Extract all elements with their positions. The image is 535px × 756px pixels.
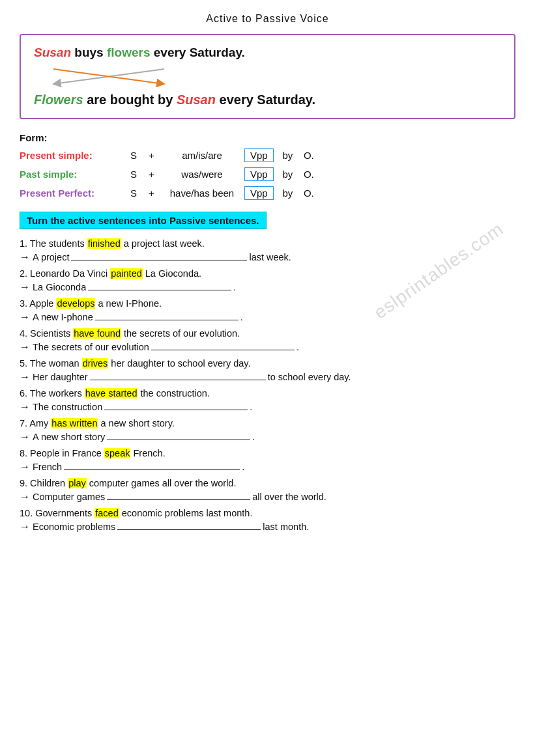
passive-4: → The secrets of our evolution .	[20, 340, 515, 353]
active-1: 1. The students finished a project last …	[20, 238, 515, 249]
arrow-10: →	[20, 521, 30, 533]
form-plus2: +	[143, 169, 160, 180]
active-9: 9. Children play computer games all over…	[20, 478, 515, 488]
ex-every2: every Saturday.	[220, 92, 316, 107]
ex-every-saturday: every Saturday.	[154, 46, 245, 59]
exercise-8: 8. People in France speak French. → Fren…	[20, 448, 515, 473]
passive-3: → A new I-phone .	[20, 310, 515, 323]
arrow-5: →	[20, 371, 30, 383]
example-line2: Flowers are bought by Susan every Saturd…	[34, 91, 501, 109]
form-o2: O.	[296, 169, 316, 180]
blank-10[interactable]	[117, 520, 261, 530]
arrow-9: →	[20, 491, 30, 503]
passive-6: → The construction .	[20, 400, 515, 413]
form-row-perfect: Present Perfect: S + have/has been Vpp b…	[20, 186, 515, 200]
passive-7: → A new short story .	[20, 430, 515, 443]
form-aux1: am/is/are	[160, 150, 244, 161]
ex-buys: buys	[74, 46, 107, 59]
passive-9: → Computer games all over the world.	[20, 490, 515, 503]
verb-8: speak	[104, 448, 131, 458]
form-section: Form: Present simple: S + am/is/are Vpp …	[20, 132, 515, 200]
exercise-2: 2. Leonardo Da Vinci painted La Gioconda…	[20, 268, 515, 293]
arrow-6: →	[20, 401, 30, 413]
active-5: 5. The woman drives her daughter to scho…	[20, 358, 515, 369]
form-title: Form:	[20, 132, 515, 143]
exercise-3: 3. Apple develops a new I-Phone. → A new…	[20, 298, 515, 323]
ex-are-bought: are bought by	[87, 92, 177, 107]
exercise-9: 9. Children play computer games all over…	[20, 478, 515, 503]
exercise-7: 7. Amy has written a new short story. → …	[20, 418, 515, 443]
verb-3: develops	[56, 298, 95, 309]
arrow-7: →	[20, 431, 30, 443]
crossing-arrows-svg	[34, 66, 242, 88]
blank-8[interactable]	[64, 460, 240, 470]
verb-2: painted	[110, 268, 143, 279]
exercise-1: 1. The students finished a project last …	[20, 238, 515, 263]
form-o1: O.	[296, 150, 316, 161]
active-4: 4. Scientists have found the secrets of …	[20, 328, 515, 339]
blank-1[interactable]	[71, 250, 247, 260]
arrow-3: →	[20, 311, 30, 323]
verb-9: play	[68, 478, 87, 488]
page-title: Active to Passive Voice	[20, 13, 515, 25]
vpp-box2: Vpp	[244, 167, 274, 181]
form-by1: by	[274, 150, 296, 161]
tense-present-label: Present simple:	[20, 150, 124, 161]
passive-5: → Her daughter to school every day.	[20, 370, 515, 383]
active-10: 10. Governments faced economic problems …	[20, 508, 515, 518]
exercise-4: 4. Scientists have found the secrets of …	[20, 328, 515, 353]
form-plus3: +	[143, 188, 160, 199]
form-aux2: was/were	[160, 169, 244, 180]
active-2: 2. Leonardo Da Vinci painted La Gioconda…	[20, 268, 515, 279]
blank-3[interactable]	[95, 310, 239, 320]
exercise-5: 5. The woman drives her daughter to scho…	[20, 358, 515, 383]
form-by3: by	[274, 188, 296, 199]
exercise-6: 6. The workers have started the construc…	[20, 388, 515, 413]
instruction-box: Turn the active sentences into Passive s…	[20, 212, 267, 229]
passive-8: → French .	[20, 460, 515, 473]
active-6: 6. The workers have started the construc…	[20, 388, 515, 399]
arrow-2: →	[20, 281, 30, 293]
passive-1: → A project last week.	[20, 250, 515, 263]
ex-susan: Susan	[34, 46, 74, 59]
exercise-10: 10. Governments faced economic problems …	[20, 508, 515, 533]
verb-1: finished	[87, 238, 121, 249]
form-aux3: have/has been	[160, 188, 244, 199]
arrow-1: →	[20, 251, 30, 263]
blank-5[interactable]	[90, 370, 266, 380]
example-box: Susan buys flowers every Saturday. Flowe…	[20, 34, 515, 119]
form-by2: by	[274, 169, 296, 180]
passive-2: → La Gioconda .	[20, 280, 515, 293]
form-row-past: Past simple: S + was/were Vpp by O.	[20, 167, 515, 181]
active-3: 3. Apple develops a new I-Phone.	[20, 298, 515, 309]
blank-4[interactable]	[151, 340, 295, 350]
ex-flowers2: Flowers	[34, 92, 87, 107]
blank-9[interactable]	[107, 490, 250, 500]
verb-10: faced	[94, 508, 119, 518]
tense-perfect-label: Present Perfect:	[20, 188, 124, 199]
verb-7: has written	[51, 418, 98, 428]
blank-2[interactable]	[88, 280, 231, 290]
form-s3: S	[124, 188, 143, 199]
blank-6[interactable]	[104, 400, 248, 410]
arrow-8: →	[20, 461, 30, 473]
exercise-section: 1. The students finished a project last …	[20, 238, 515, 533]
arrow-4: →	[20, 341, 30, 353]
ex-flowers: flowers	[107, 46, 154, 59]
blank-7[interactable]	[107, 430, 250, 440]
verb-5: drives	[82, 358, 109, 369]
active-8: 8. People in France speak French.	[20, 448, 515, 458]
vpp-box3: Vpp	[244, 186, 274, 200]
arrows-container	[34, 66, 501, 89]
vpp-box1: Vpp	[244, 148, 274, 162]
verb-4: have found	[73, 328, 121, 339]
form-row-present: Present simple: S + am/is/are Vpp by O.	[20, 148, 515, 162]
ex-susan2: Susan	[177, 92, 220, 107]
active-7: 7. Amy has written a new short story.	[20, 418, 515, 428]
form-o3: O.	[296, 188, 316, 199]
form-s2: S	[124, 169, 143, 180]
form-s1: S	[124, 150, 143, 161]
form-plus1: +	[143, 150, 160, 161]
passive-10: → Economic problems last month.	[20, 520, 515, 533]
example-line1: Susan buys flowers every Saturday.	[34, 44, 501, 62]
